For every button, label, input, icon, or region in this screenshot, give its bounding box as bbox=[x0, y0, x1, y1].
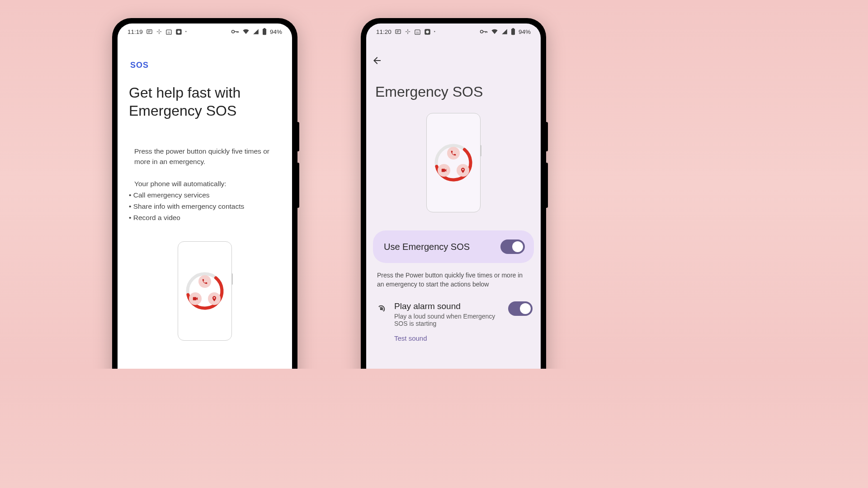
bullet-record: • Record a video bbox=[129, 212, 281, 223]
svg-rect-6 bbox=[263, 29, 266, 35]
vpn-key-icon bbox=[480, 29, 488, 34]
message-icon bbox=[395, 28, 401, 35]
svg-point-22 bbox=[380, 308, 382, 310]
phone-mockup-left: 11:19 31 • 94% SOS Get help fast with Em… bbox=[112, 18, 297, 369]
progress-ring bbox=[433, 142, 474, 183]
battery-percent: 94% bbox=[270, 28, 282, 35]
back-button[interactable] bbox=[366, 38, 541, 68]
phone-call-icon bbox=[198, 275, 211, 288]
instruction-text: Press the power button quickly five time… bbox=[129, 146, 281, 167]
svg-point-5 bbox=[231, 30, 234, 33]
play-alarm-setting: Play alarm sound Play a loud sound when … bbox=[366, 289, 541, 342]
alarm-setting-title: Play alarm sound bbox=[394, 301, 500, 311]
more-notifications-dot: • bbox=[185, 29, 187, 34]
svg-rect-18 bbox=[512, 28, 514, 29]
signal-icon bbox=[501, 28, 508, 35]
slack-icon bbox=[156, 28, 162, 35]
svg-rect-10 bbox=[193, 297, 197, 300]
message-icon bbox=[146, 28, 153, 35]
status-bar: 11:20 31 • 94% bbox=[366, 23, 541, 38]
status-bar-left: 11:20 31 • bbox=[376, 28, 435, 35]
svg-text:31: 31 bbox=[416, 31, 419, 33]
location-share-icon bbox=[457, 164, 469, 177]
arrow-back-icon bbox=[372, 55, 382, 66]
notification-app-icon bbox=[424, 28, 431, 35]
help-text: Press the Power button quickly five time… bbox=[366, 263, 541, 289]
alarm-sound-toggle[interactable] bbox=[508, 301, 533, 316]
phone-mockup-right: 11:20 31 • 94% Emergency SOS bbox=[361, 18, 546, 369]
progress-ring bbox=[184, 271, 225, 311]
phone-screen-right: 11:20 31 • 94% Emergency SOS bbox=[366, 23, 541, 369]
status-bar-right: 94% bbox=[231, 28, 282, 35]
status-time: 11:19 bbox=[127, 28, 143, 35]
calendar-icon: 31 bbox=[414, 28, 421, 35]
page-title: Emergency SOS bbox=[366, 84, 541, 100]
svg-rect-0 bbox=[147, 29, 152, 33]
main-content: SOS Get help fast with Emergency SOS Pre… bbox=[118, 61, 292, 341]
battery-icon bbox=[511, 28, 515, 35]
svg-rect-21 bbox=[442, 169, 445, 172]
svg-text:31: 31 bbox=[167, 31, 170, 33]
video-record-icon bbox=[189, 292, 202, 305]
battery-percent: 94% bbox=[519, 28, 531, 35]
status-bar-left: 11:19 31 • bbox=[127, 28, 187, 35]
calendar-icon: 31 bbox=[165, 28, 172, 35]
bullet-call: • Call emergency services bbox=[129, 190, 281, 200]
wifi-icon bbox=[491, 28, 498, 35]
more-notifications-dot: • bbox=[434, 29, 435, 34]
test-sound-link[interactable]: Test sound bbox=[394, 334, 500, 342]
video-record-icon bbox=[438, 164, 450, 177]
sos-label: SOS bbox=[130, 61, 281, 70]
phone-illustration bbox=[426, 113, 481, 212]
svg-rect-7 bbox=[264, 28, 265, 29]
auto-intro: Your phone will automatically: bbox=[129, 178, 281, 189]
alarm-setting-subtitle: Play a loud sound when Emergency SOS is … bbox=[394, 313, 500, 327]
headline: Get help fast with Emergency SOS bbox=[129, 84, 281, 120]
status-bar-right: 94% bbox=[480, 28, 531, 35]
svg-rect-11 bbox=[396, 29, 401, 33]
svg-point-15 bbox=[426, 30, 429, 33]
use-sos-toggle[interactable] bbox=[500, 239, 525, 254]
signal-icon bbox=[253, 28, 259, 35]
wifi-icon bbox=[242, 28, 250, 35]
illustration-power-button bbox=[231, 273, 233, 285]
vpn-key-icon bbox=[231, 29, 239, 34]
illustration-power-button bbox=[480, 145, 481, 156]
use-emergency-sos-card: Use Emergency SOS bbox=[373, 230, 534, 263]
location-share-icon bbox=[208, 292, 221, 305]
notification-app-icon bbox=[175, 28, 182, 35]
phone-illustration bbox=[178, 241, 232, 341]
svg-point-4 bbox=[177, 30, 180, 33]
bullet-share: • Share info with emergency contacts bbox=[129, 201, 281, 211]
phone-call-icon bbox=[447, 147, 460, 160]
phone-screen-left: 11:19 31 • 94% SOS Get help fast with Em… bbox=[118, 23, 292, 369]
slack-icon bbox=[405, 28, 411, 35]
status-bar: 11:19 31 • 94% bbox=[118, 23, 292, 38]
speaker-icon bbox=[376, 304, 386, 316]
battery-icon bbox=[262, 28, 267, 35]
use-sos-label: Use Emergency SOS bbox=[384, 242, 470, 252]
svg-point-16 bbox=[480, 30, 483, 33]
status-time: 11:20 bbox=[376, 28, 392, 35]
svg-rect-17 bbox=[511, 29, 515, 35]
